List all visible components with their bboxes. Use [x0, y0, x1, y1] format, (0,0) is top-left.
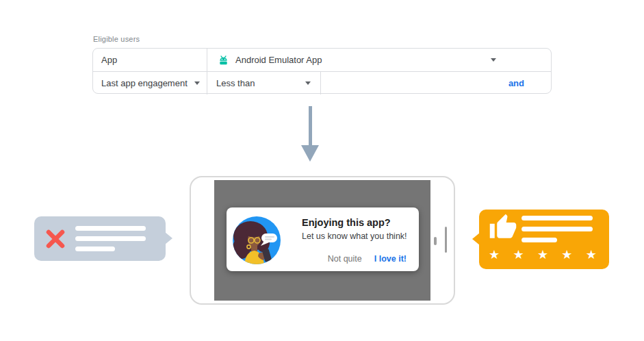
i-love-it-button[interactable]: I love it! [374, 254, 407, 264]
star-icon: ★ [489, 249, 500, 261]
placeholder-line [521, 216, 593, 220]
dimension-selector[interactable]: Last app engagement [101, 72, 188, 94]
placeholder-line [521, 238, 557, 242]
star-icon: ★ [537, 249, 548, 261]
operator-selector[interactable]: Less than [216, 72, 255, 94]
placeholder-line [75, 226, 146, 231]
down-arrow-shaft [309, 106, 312, 146]
cell-divider [207, 72, 207, 94]
flow-diagram: Eligible users App Android Emulator App … [0, 0, 644, 341]
condition-row-engagement: Last app engagement Less than and [93, 72, 551, 94]
x-mark-icon [45, 229, 66, 252]
android-icon [218, 55, 229, 68]
thumbs-up-icon [489, 213, 517, 244]
star-icon: ★ [586, 249, 597, 261]
audience-condition-card: App Android Emulator App Last app engage… [92, 48, 552, 94]
placeholder-line [75, 236, 146, 241]
placeholder-text-lines [75, 226, 146, 257]
in-app-message-dialog: Enjoying this app? Let us know what you … [227, 207, 419, 271]
app-selector[interactable]: Android Emulator App [235, 49, 322, 71]
bubble-tail [165, 232, 172, 244]
chevron-down-icon[interactable] [305, 81, 311, 85]
avatar-illustration [233, 216, 281, 264]
positive-review-bubble: ★ ★ ★ ★ ★ [479, 210, 609, 269]
placeholder-line [75, 247, 115, 251]
dialog-actions: Not quite I love it! [328, 254, 407, 264]
and-condition-link[interactable]: and [508, 72, 524, 94]
negative-feedback-bubble [34, 216, 166, 261]
star-icon: ★ [513, 249, 524, 261]
placeholder-text-lines [521, 216, 593, 249]
app-field-label: App [101, 49, 117, 71]
eligible-users-label: Eligible users [93, 35, 140, 43]
down-arrow-head [301, 145, 319, 162]
dialog-title: Enjoying this app? [302, 217, 391, 228]
five-star-rating: ★ ★ ★ ★ ★ [489, 249, 597, 261]
condition-row-app: App Android Emulator App [93, 49, 551, 71]
star-icon: ★ [561, 249, 572, 261]
chevron-down-icon[interactable] [194, 81, 200, 85]
device-speaker-icon [445, 227, 447, 253]
not-quite-button[interactable]: Not quite [328, 254, 362, 264]
cell-divider [207, 49, 207, 71]
bubble-tail [472, 233, 480, 245]
chevron-down-icon[interactable] [491, 58, 496, 62]
cell-divider [320, 72, 321, 94]
device-button-icon [434, 237, 437, 245]
placeholder-line [521, 227, 593, 231]
dialog-subtitle: Let us know what you think! [302, 231, 407, 241]
